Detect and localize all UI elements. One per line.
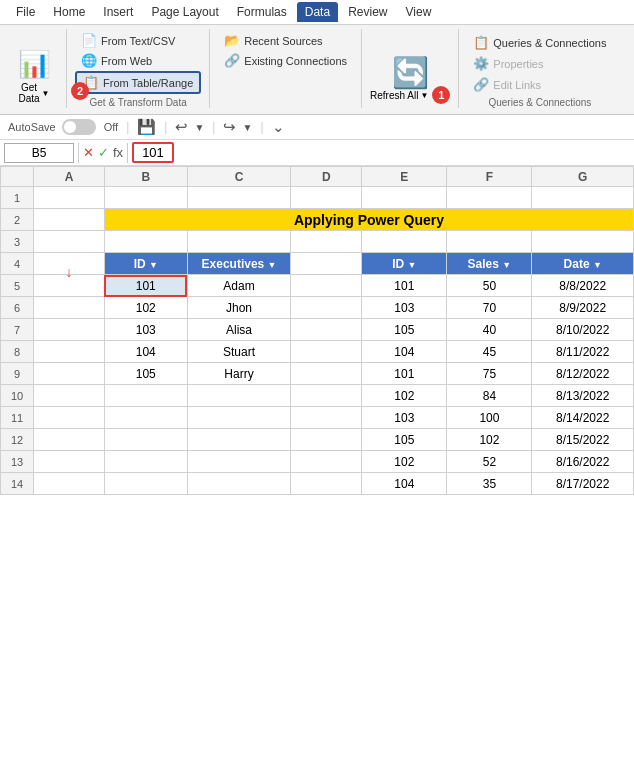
cell-c3[interactable] <box>187 231 291 253</box>
cell-f1[interactable] <box>447 187 532 209</box>
cell-g13[interactable]: 8/16/2022 <box>532 451 634 473</box>
cell-b5[interactable]: 101 <box>104 275 187 297</box>
cell-e5[interactable]: 101 <box>362 275 447 297</box>
menu-home[interactable]: Home <box>45 2 93 22</box>
cell-c7[interactable]: Alisa <box>187 319 291 341</box>
cell-f5[interactable]: 50 <box>447 275 532 297</box>
menu-view[interactable]: View <box>398 2 440 22</box>
edit-links-button[interactable]: 🔗 Edit Links <box>467 75 612 94</box>
cell-e12[interactable]: 105 <box>362 429 447 451</box>
cell-a8[interactable] <box>34 341 105 363</box>
cell-g5[interactable]: 8/8/2022 <box>532 275 634 297</box>
cell-d12[interactable] <box>291 429 362 451</box>
cell-a4[interactable]: ↓ <box>34 253 105 275</box>
col-header-e[interactable]: E <box>362 167 447 187</box>
cell-f13[interactable]: 52 <box>447 451 532 473</box>
cell-d7[interactable] <box>291 319 362 341</box>
cell-b4[interactable]: ID ▼ <box>104 253 187 275</box>
cell-b11[interactable] <box>104 407 187 429</box>
from-text-csv-button[interactable]: 📄 From Text/CSV <box>75 31 201 50</box>
menu-page-layout[interactable]: Page Layout <box>143 2 226 22</box>
cell-g4[interactable]: Date ▼ <box>532 253 634 275</box>
cell-e8[interactable]: 104 <box>362 341 447 363</box>
cell-e14[interactable]: 104 <box>362 473 447 495</box>
queries-connections-button[interactable]: 📋 Queries & Connections <box>467 33 612 52</box>
cell-b9[interactable]: 105 <box>104 363 187 385</box>
cell-a7[interactable] <box>34 319 105 341</box>
from-table-range-button[interactable]: 📋 From Table/Range 2 <box>75 71 201 94</box>
from-web-button[interactable]: 🌐 From Web <box>75 51 201 70</box>
cell-d11[interactable] <box>291 407 362 429</box>
name-box[interactable] <box>4 143 74 163</box>
cancel-formula-icon[interactable]: ✕ <box>83 145 94 160</box>
cell-b12[interactable] <box>104 429 187 451</box>
cell-a13[interactable] <box>34 451 105 473</box>
cell-b7[interactable]: 103 <box>104 319 187 341</box>
cell-b1[interactable] <box>104 187 187 209</box>
menu-file[interactable]: File <box>8 2 43 22</box>
fx-icon[interactable]: fx <box>113 145 123 160</box>
cell-g11[interactable]: 8/14/2022 <box>532 407 634 429</box>
cell-f12[interactable]: 102 <box>447 429 532 451</box>
cell-g10[interactable]: 8/13/2022 <box>532 385 634 407</box>
menu-insert[interactable]: Insert <box>95 2 141 22</box>
cell-g7[interactable]: 8/10/2022 <box>532 319 634 341</box>
cell-g8[interactable]: 8/11/2022 <box>532 341 634 363</box>
redo-dropdown-icon[interactable]: ▼ <box>242 122 252 133</box>
cell-a9[interactable] <box>34 363 105 385</box>
title-cell[interactable]: Applying Power Query <box>104 209 633 231</box>
cell-b10[interactable] <box>104 385 187 407</box>
cell-f3[interactable] <box>447 231 532 253</box>
cell-f4[interactable]: Sales ▼ <box>447 253 532 275</box>
cell-c4[interactable]: Executives ▼ <box>187 253 291 275</box>
cell-c6[interactable]: Jhon <box>187 297 291 319</box>
cell-e3[interactable] <box>362 231 447 253</box>
undo-dropdown-icon[interactable]: ▼ <box>194 122 204 133</box>
cell-c10[interactable] <box>187 385 291 407</box>
col-header-f[interactable]: F <box>447 167 532 187</box>
cell-d10[interactable] <box>291 385 362 407</box>
cell-b6[interactable]: 102 <box>104 297 187 319</box>
cell-a10[interactable] <box>34 385 105 407</box>
properties-button[interactable]: ⚙️ Properties <box>467 54 612 73</box>
cell-d8[interactable] <box>291 341 362 363</box>
cell-g9[interactable]: 8/12/2022 <box>532 363 634 385</box>
cell-f9[interactable]: 75 <box>447 363 532 385</box>
cell-f10[interactable]: 84 <box>447 385 532 407</box>
cell-e1[interactable] <box>362 187 447 209</box>
cell-d6[interactable] <box>291 297 362 319</box>
col-header-d[interactable]: D <box>291 167 362 187</box>
cell-d9[interactable] <box>291 363 362 385</box>
cell-a3[interactable] <box>34 231 105 253</box>
cell-d3[interactable] <box>291 231 362 253</box>
more-tools-icon[interactable]: ⌄ <box>272 118 285 136</box>
cell-a11[interactable] <box>34 407 105 429</box>
cell-d14[interactable] <box>291 473 362 495</box>
existing-connections-button[interactable]: 🔗 Existing Connections <box>218 51 353 70</box>
get-data-button[interactable]: 📊 GetData ▼ <box>8 29 60 108</box>
cell-e10[interactable]: 102 <box>362 385 447 407</box>
autosave-toggle[interactable] <box>62 119 96 135</box>
cell-a2[interactable] <box>34 209 105 231</box>
cell-d1[interactable] <box>291 187 362 209</box>
col-header-b[interactable]: B <box>104 167 187 187</box>
cell-g14[interactable]: 8/17/2022 <box>532 473 634 495</box>
cell-a14[interactable] <box>34 473 105 495</box>
col-header-c[interactable]: C <box>187 167 291 187</box>
cell-e6[interactable]: 103 <box>362 297 447 319</box>
cell-b14[interactable] <box>104 473 187 495</box>
cell-g12[interactable]: 8/15/2022 <box>532 429 634 451</box>
confirm-formula-icon[interactable]: ✓ <box>98 145 109 160</box>
cell-b8[interactable]: 104 <box>104 341 187 363</box>
cell-c8[interactable]: Stuart <box>187 341 291 363</box>
cell-d13[interactable] <box>291 451 362 473</box>
cell-f7[interactable]: 40 <box>447 319 532 341</box>
cell-g1[interactable] <box>532 187 634 209</box>
menu-data[interactable]: Data <box>297 2 338 22</box>
menu-formulas[interactable]: Formulas <box>229 2 295 22</box>
cell-e7[interactable]: 105 <box>362 319 447 341</box>
undo-icon[interactable]: ↩ <box>175 118 188 136</box>
cell-g6[interactable]: 8/9/2022 <box>532 297 634 319</box>
menu-review[interactable]: Review <box>340 2 395 22</box>
cell-c1[interactable] <box>187 187 291 209</box>
